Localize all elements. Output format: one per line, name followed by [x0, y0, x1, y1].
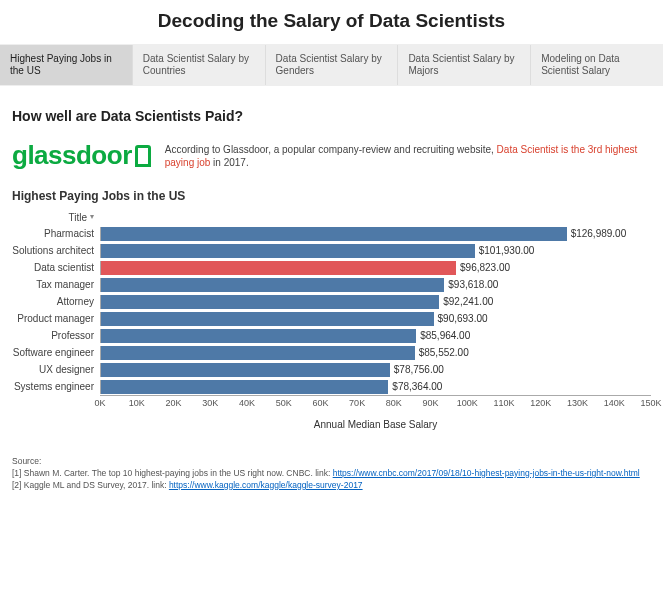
x-tick: 60K	[312, 398, 328, 408]
bar-row: Pharmacist$126,989.00	[12, 225, 651, 242]
bar[interactable]: $101,930.00	[101, 244, 475, 258]
bar-label: Systems engineer	[12, 381, 100, 392]
bar-label: Product manager	[12, 313, 100, 324]
bar-track: $85,552.00	[100, 346, 651, 360]
x-tick: 130K	[567, 398, 588, 408]
bar-row: Tax manager$93,618.00	[12, 276, 651, 293]
bars-container: Pharmacist$126,989.00Solutions architect…	[12, 225, 651, 395]
tab-3[interactable]: Data Scientist Salary by Majors	[398, 45, 531, 85]
glassdoor-logo: glassdoor	[12, 140, 151, 171]
chart-block: Highest Paying Jobs in the US Title ▾ Ph…	[0, 181, 663, 430]
bar-track: $85,964.00	[100, 329, 651, 343]
bar-row: UX designer$78,756.00	[12, 361, 651, 378]
bar[interactable]: $92,241.00	[101, 295, 439, 309]
bar[interactable]: $78,756.00	[101, 363, 390, 377]
source-link[interactable]: https://www.cnbc.com/2017/09/18/10-highe…	[333, 468, 640, 478]
bar-label: Data scientist	[12, 262, 100, 273]
bar-row: Product manager$90,693.00	[12, 310, 651, 327]
sort-desc-icon: ▾	[90, 213, 94, 221]
x-tick: 110K	[494, 398, 515, 408]
source-link[interactable]: https://www.kaggle.com/kaggle/kaggle-sur…	[169, 480, 363, 490]
bar-track: $78,364.00	[100, 380, 651, 394]
y-axis-header[interactable]: Title ▾	[12, 212, 100, 223]
bar-label: Solutions architect	[12, 245, 100, 256]
bar-track: $96,823.00	[100, 261, 651, 275]
bar[interactable]: $96,823.00	[101, 261, 456, 275]
tab-bar: Highest Paying Jobs in the USData Scient…	[0, 44, 663, 86]
x-tick: 120K	[530, 398, 551, 408]
x-tick: 70K	[349, 398, 365, 408]
bar-value-label: $85,964.00	[416, 329, 470, 343]
bar-track: $92,241.00	[100, 295, 651, 309]
x-tick: 0K	[94, 398, 105, 408]
x-tick: 90K	[423, 398, 439, 408]
x-axis-label: Annual Median Base Salary	[100, 409, 651, 430]
x-tick: 80K	[386, 398, 402, 408]
bar-value-label: $85,552.00	[415, 346, 469, 360]
bar[interactable]: $78,364.00	[101, 380, 388, 394]
x-tick: 40K	[239, 398, 255, 408]
section-heading: How well are Data Scientists Paid?	[0, 86, 663, 134]
x-tick: 20K	[165, 398, 181, 408]
source-item: [1] Shawn M. Carter. The top 10 highest-…	[12, 468, 651, 480]
bar-value-label: $92,241.00	[439, 295, 493, 309]
source-text: [1] Shawn M. Carter. The top 10 highest-…	[12, 468, 333, 478]
bar-value-label: $78,756.00	[390, 363, 444, 377]
bar[interactable]: $90,693.00	[101, 312, 434, 326]
y-axis-header-text: Title	[68, 212, 87, 223]
source-block: Source: [1] Shawn M. Carter. The top 10 …	[0, 430, 663, 492]
x-tick: 100K	[457, 398, 478, 408]
source-heading: Source:	[12, 456, 651, 468]
x-tick: 30K	[202, 398, 218, 408]
bar-track: $78,756.00	[100, 363, 651, 377]
glassdoor-desc-prefix: According to Glassdoor, a popular compan…	[165, 144, 497, 155]
glassdoor-row: glassdoor According to Glassdoor, a popu…	[0, 134, 663, 181]
tab-4[interactable]: Modeling on Data Scientist Salary	[531, 45, 663, 85]
chart-title: Highest Paying Jobs in the US	[12, 185, 651, 209]
bar-value-label: $90,693.00	[434, 312, 488, 326]
bar-value-label: $96,823.00	[456, 261, 510, 275]
x-tick: 140K	[604, 398, 625, 408]
bar-value-label: $126,989.00	[567, 227, 627, 241]
bar-label: Professor	[12, 330, 100, 341]
bar-track: $90,693.00	[100, 312, 651, 326]
bar-track: $93,618.00	[100, 278, 651, 292]
x-axis: 0K10K20K30K40K50K60K70K80K90K100K110K120…	[100, 395, 651, 409]
bar[interactable]: $85,552.00	[101, 346, 415, 360]
bar-row: Attorney$92,241.00	[12, 293, 651, 310]
bar-row: Software engineer$85,552.00	[12, 344, 651, 361]
bar-row: Professor$85,964.00	[12, 327, 651, 344]
bar-track: $101,930.00	[100, 244, 651, 258]
x-tick: 50K	[276, 398, 292, 408]
bar-value-label: $93,618.00	[444, 278, 498, 292]
bar-row: Data scientist$96,823.00	[12, 259, 651, 276]
bar[interactable]: $126,989.00	[101, 227, 567, 241]
source-item: [2] Kaggle ML and DS Survey, 2017. link:…	[12, 480, 651, 492]
bar-label: Attorney	[12, 296, 100, 307]
bar-row: Solutions architect$101,930.00	[12, 242, 651, 259]
bar-value-label: $101,930.00	[475, 244, 535, 258]
bar-track: $126,989.00	[100, 227, 651, 241]
source-text: [2] Kaggle ML and DS Survey, 2017. link:	[12, 480, 169, 490]
glassdoor-desc: According to Glassdoor, a popular compan…	[165, 143, 651, 169]
bar-row: Systems engineer$78,364.00	[12, 378, 651, 395]
bar[interactable]: $85,964.00	[101, 329, 416, 343]
bar[interactable]: $93,618.00	[101, 278, 444, 292]
page-title: Decoding the Salary of Data Scientists	[0, 0, 663, 44]
bar-label: Software engineer	[12, 347, 100, 358]
glassdoor-desc-suffix: in 2017.	[210, 157, 248, 168]
bar-label: UX designer	[12, 364, 100, 375]
tab-1[interactable]: Data Scientist Salary by Countries	[133, 45, 266, 85]
bar-label: Tax manager	[12, 279, 100, 290]
tab-2[interactable]: Data Scientist Salary by Genders	[266, 45, 399, 85]
tab-0[interactable]: Highest Paying Jobs in the US	[0, 45, 133, 85]
bar-label: Pharmacist	[12, 228, 100, 239]
bar-value-label: $78,364.00	[388, 380, 442, 394]
glassdoor-logo-text: glassdoor	[12, 140, 132, 171]
x-tick: 10K	[129, 398, 145, 408]
door-icon	[135, 145, 151, 167]
x-tick: 150K	[640, 398, 661, 408]
